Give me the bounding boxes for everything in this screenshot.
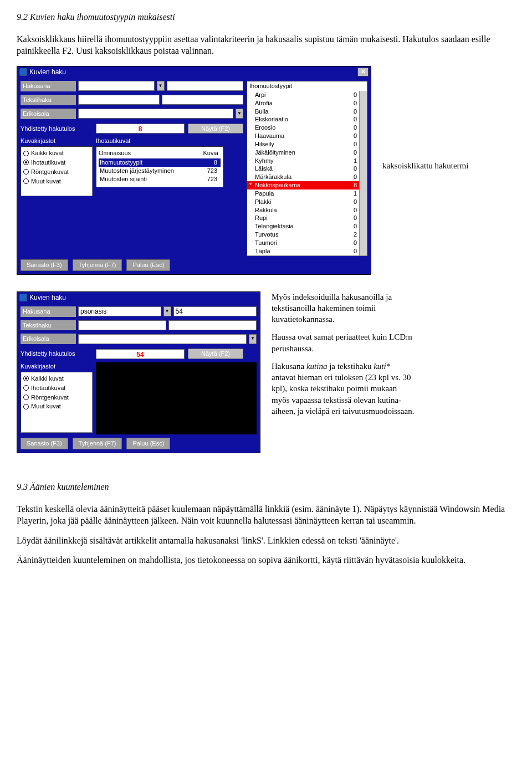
input-hakusana-2[interactable]: psoriasis: [78, 306, 161, 316]
dropdown-arrow-icon-4[interactable]: ▼: [249, 334, 257, 344]
sanasto-button-2[interactable]: Sanasto (F3): [21, 438, 68, 449]
label-yhdistetty: Yhdistetty hakutulos: [21, 125, 93, 133]
dropdown-arrow-icon-2[interactable]: ▼: [236, 109, 243, 119]
radio-rontgen-2[interactable]: Röntgenkuvat: [23, 393, 90, 402]
list-item[interactable]: Hilseily0: [247, 140, 359, 148]
list-item[interactable]: Rupi0: [247, 214, 359, 222]
radio-ihotauti-label-2: Ihotautikuvat: [31, 384, 65, 392]
blank-panel: [96, 362, 257, 434]
radio-muut-label-2: Muut kuvat: [31, 402, 61, 411]
anno2-p3a: Hakusana: [272, 362, 306, 371]
list-item[interactable]: Täplä0: [247, 247, 359, 255]
section-9-3-p2: Löydät äänilinkkejä sisältävät artikkeli…: [17, 535, 515, 547]
list-item[interactable]: Arpi0: [247, 91, 359, 99]
list-item[interactable]: Haavauma0: [247, 132, 359, 140]
list-item[interactable]: Plakki0: [247, 198, 359, 206]
input-erikoisala-2[interactable]: [78, 334, 247, 344]
anno2-p3: Hakusana kutina ja tekstihaku kuti* anta…: [272, 361, 416, 417]
radio-rontgen[interactable]: Röntgenkuvat: [23, 168, 90, 176]
panel-title-kuvakirjastot: Kuvakirjastot: [21, 137, 93, 145]
list-item[interactable]: Tuumori0: [247, 239, 359, 247]
hakusana-count: [167, 81, 244, 91]
yhd-value: 8: [96, 124, 185, 134]
label-tekstihaku-2: Tekstihaku: [21, 320, 76, 331]
panel-title-ihotautikuvat: Ihotautikuvat: [96, 137, 243, 145]
label-tekstihaku: Tekstihaku: [21, 95, 76, 105]
list-item[interactable]: Telangiektasia0: [247, 222, 359, 231]
dropdown-arrow-icon-3[interactable]: ▼: [163, 306, 171, 316]
window-title: Kuvien haku: [29, 68, 66, 76]
radio-kaikki[interactable]: Kaikki kuvat: [23, 149, 90, 157]
radio-kaikki-label-2: Kaikki kuvat: [31, 375, 64, 383]
anno2-p3b: kutina: [306, 362, 328, 371]
tyhjenna-button[interactable]: Tyhjennä (F7): [73, 259, 122, 271]
dropdown-arrow-icon[interactable]: ▼: [157, 81, 165, 91]
radio-rontgen-label: Röntgenkuvat: [31, 168, 69, 176]
anno2-p3d: kuti*: [374, 362, 390, 371]
list-item[interactable]: Kyhmy1: [247, 157, 359, 165]
input-tekstihaku-2[interactable]: [78, 320, 166, 330]
section-9-2-title: 9.2 Kuvien haku ihomuutostyypin mukaises…: [17, 11, 515, 23]
tyhjenna-button-2[interactable]: Tyhjennä (F7): [73, 438, 122, 449]
list-item[interactable]: Rakkula0: [247, 206, 359, 214]
radio-ihotauti-label: Ihotautikuvat: [31, 158, 65, 167]
window-title-2: Kuvien haku: [29, 293, 66, 302]
list-item[interactable]: Turvotus2: [247, 231, 359, 239]
radio-kaikki-label: Kaikki kuvat: [31, 149, 64, 157]
input-tekstihaku[interactable]: [78, 95, 160, 105]
table-row[interactable]: Ihomuutostyypit8: [99, 158, 221, 167]
input-erikoisala[interactable]: [78, 109, 233, 119]
list-item[interactable]: Ekskoriaatio0: [247, 115, 359, 124]
radio-ihotautikuvat[interactable]: Ihotautikuvat: [23, 158, 90, 167]
paluu-button[interactable]: Paluu (Esc): [126, 259, 170, 271]
radio-muut-2[interactable]: Muut kuvat: [23, 402, 90, 411]
section-9-3-title: 9.3 Äänien kuunteleminen: [17, 481, 515, 493]
anno2-p1: Myös indeksoiduilla hakusanoilla ja teks…: [272, 291, 416, 325]
scrollbar[interactable]: [359, 91, 367, 255]
panel-kuvakirjastot: Kaikki kuvat Ihotautikuvat Röntgenkuvat …: [21, 146, 93, 196]
anno2-p3c: ja tekstihaku: [327, 362, 374, 371]
paluu-button-2[interactable]: Paluu (Esc): [126, 438, 170, 449]
col-ominaisuus: Ominaisuus: [99, 149, 193, 157]
radio-muut[interactable]: Muut kuvat: [23, 177, 90, 186]
section-9-2-p1: Kaksoisklikkaus hiirellä ihomuutostyyppi…: [17, 33, 515, 57]
nayta-button-2[interactable]: Näytä (F2): [188, 349, 243, 359]
list-ihomuutostyypit: Ihomuutostyypit Arpi0Atrofia0Bulla0Eksko…: [247, 81, 367, 256]
list-item[interactable]: Atrofia0: [247, 99, 359, 107]
input-hakusana[interactable]: [78, 81, 155, 91]
tekstihaku-count: [162, 95, 244, 105]
app-window-1: Kuvien haku ✕ Hakusana ▼ Tekstihaku Erik…: [17, 66, 371, 275]
tekstihaku-count-2: [168, 320, 257, 330]
list-item[interactable]: *Nokkospaukama8: [247, 181, 359, 190]
hakusana-count-2: 54: [173, 306, 257, 316]
radio-kaikki-2[interactable]: Kaikki kuvat: [23, 375, 90, 383]
nayta-button[interactable]: Näytä (F2): [188, 124, 243, 134]
panel-ihotautikuvat: Ominaisuus Kuvia Ihomuutostyypit8Muutost…: [96, 146, 223, 187]
label-erikoisala: Erikoisala: [21, 109, 76, 119]
list-item[interactable]: Papula1: [247, 190, 359, 198]
section-9-3-p3: Ääninäytteiden kuunteleminen on mahdolli…: [17, 554, 515, 566]
list-item[interactable]: Märkärakkula0: [247, 173, 359, 181]
panel-kuvakirjastot-2: Kaikki kuvat Ihotautikuvat Röntgenkuvat …: [21, 372, 93, 433]
app-icon-2: [19, 294, 27, 301]
close-button[interactable]: ✕: [357, 68, 369, 76]
col-kuvia: Kuvia: [193, 149, 221, 157]
list-item[interactable]: Eroosio0: [247, 124, 359, 132]
anno2-p3e: antavat hieman eri tuloksen (23 kpl vs. …: [272, 373, 414, 416]
radio-muut-label: Muut kuvat: [31, 177, 61, 186]
app-icon: [19, 68, 27, 76]
radio-ihotautikuvat-2[interactable]: Ihotautikuvat: [23, 384, 90, 392]
table-row[interactable]: Muutosten järjestäytyminen723: [99, 167, 221, 175]
section-9-3-p1: Tekstin keskellä olevia ääninäytteitä pä…: [17, 503, 515, 527]
list-item[interactable]: Läiskä0: [247, 165, 359, 173]
titlebar-2: Kuvien haku: [17, 292, 260, 303]
label-erikoisala-2: Erikoisala: [21, 334, 76, 344]
annotation-kaksoisklikattu: kaksoisklikattu hakutermi: [382, 160, 468, 171]
radio-rontgen-label-2: Röntgenkuvat: [31, 393, 69, 402]
yhd-value-2: 54: [96, 349, 185, 359]
list-item[interactable]: Bulla0: [247, 107, 359, 116]
list-item[interactable]: Jäkälöityminen0: [247, 148, 359, 157]
sanasto-button[interactable]: Sanasto (F3): [21, 259, 68, 271]
app-window-2: Kuvien haku Hakusana psoriasis ▼ 54 Teks…: [17, 291, 260, 453]
table-row[interactable]: Muutosten sijainti723: [99, 175, 221, 183]
